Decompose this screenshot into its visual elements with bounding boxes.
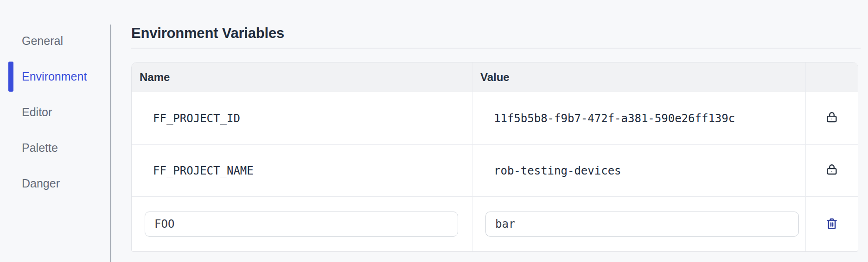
trash-icon: [825, 217, 839, 232]
env-var-value: 11f5b5b8-f9b7-472f-a381-590e26ff139c: [472, 92, 805, 144]
sidebar-item-label: Danger: [22, 177, 60, 190]
title-divider: [131, 48, 861, 49]
page-title: Environment Variables: [131, 0, 861, 43]
environment-variables-table: Name Value FF_PROJECT_ID 11f5b5b8-f9b7-4…: [131, 62, 858, 252]
column-header-actions: [805, 62, 858, 92]
new-env-var-name-input[interactable]: [145, 212, 458, 237]
sidebar-item-environment[interactable]: Environment: [0, 59, 110, 94]
sidebar-item-label: Environment: [22, 70, 87, 83]
active-indicator-bar: [8, 62, 13, 92]
env-var-name: FF_PROJECT_ID: [132, 92, 472, 144]
sidebar-item-palette[interactable]: Palette: [0, 130, 110, 166]
sidebar-divider: [110, 25, 111, 262]
new-env-var-name-cell: [132, 196, 472, 251]
sidebar-item-general[interactable]: General: [0, 23, 110, 59]
env-var-value: rob-testing-devices: [472, 144, 805, 196]
settings-sidebar: General Environment Editor Palette Dange…: [0, 23, 110, 201]
new-env-var-actions: [805, 196, 858, 251]
env-var-actions: [805, 144, 858, 196]
sidebar-item-label: Palette: [22, 141, 58, 155]
new-env-var-value-input[interactable]: [485, 212, 799, 237]
column-header-name: Name: [132, 62, 472, 92]
column-header-value: Value: [472, 62, 805, 92]
env-var-actions: [805, 92, 858, 144]
sidebar-item-editor[interactable]: Editor: [0, 94, 110, 130]
lock-icon: [825, 110, 839, 127]
sidebar-item-danger[interactable]: Danger: [0, 166, 110, 201]
delete-env-var-button[interactable]: [825, 217, 839, 232]
lock-icon: [825, 162, 839, 179]
sidebar-item-label: General: [22, 34, 63, 48]
environment-settings-panel: Environment Variables Name Value FF_PROJ…: [131, 0, 861, 252]
env-var-name: FF_PROJECT_NAME: [132, 144, 472, 196]
sidebar-item-label: Editor: [22, 106, 52, 119]
new-env-var-value-cell: [472, 196, 805, 251]
